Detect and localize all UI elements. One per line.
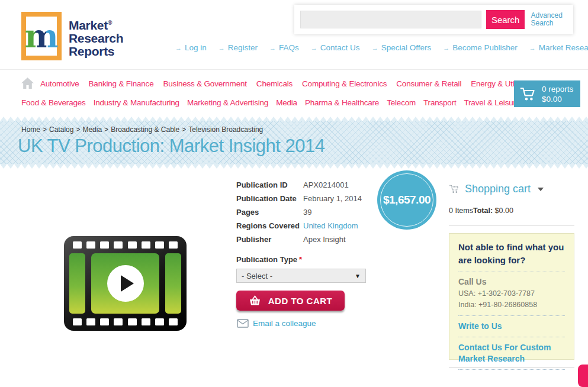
breadcrumb-catalog[interactable]: Catalog xyxy=(49,125,73,134)
film-frames xyxy=(69,253,181,314)
category-pharma-healthcare[interactable]: Pharma & Healthcare xyxy=(305,98,379,107)
header: m Market® Research Reports Search Advanc… xyxy=(0,0,588,70)
divider xyxy=(449,367,574,367)
price-value: $1,657.00 xyxy=(383,194,430,207)
nav-blog[interactable]: →Market Research Blog xyxy=(529,43,588,52)
price-badge: $1,657.00 xyxy=(377,170,436,230)
breadcrumb-home[interactable]: Home xyxy=(21,125,40,134)
feedback-tab[interactable] xyxy=(578,365,588,387)
divider xyxy=(458,337,565,337)
brand-monogram: m xyxy=(24,20,58,52)
brand-logo[interactable]: m xyxy=(21,12,62,60)
film-holes-top xyxy=(73,241,178,249)
category-computing-electronics[interactable]: Computing & Electronics xyxy=(302,79,387,88)
phone-usa: USA: +1-302-703-7787 xyxy=(458,288,565,299)
breadcrumb-media[interactable]: Media xyxy=(82,125,102,134)
category-transport[interactable]: Transport xyxy=(423,98,456,107)
zigzag-bottom-edge xyxy=(0,164,588,169)
write-to-us-link[interactable]: Write to Us xyxy=(458,321,565,332)
product-video-thumbnail xyxy=(64,236,187,331)
category-nav: Automotive Banking & Finance Business & … xyxy=(0,70,588,117)
required-asterisk: * xyxy=(299,255,302,264)
cart-items-count: 0 Items xyxy=(449,207,473,215)
help-box-heading: Not able to find what you are looking fo… xyxy=(458,241,565,267)
custom-research-link[interactable]: Contact Us For Custom Market Research xyxy=(458,342,565,365)
category-row-1: Automotive Banking & Finance Business & … xyxy=(40,79,529,88)
arrow-icon: → xyxy=(269,44,276,51)
arrow-icon: → xyxy=(219,44,225,51)
nav-login[interactable]: →Log in xyxy=(175,43,207,52)
help-box: Not able to find what you are looking fo… xyxy=(449,233,574,360)
nav-faqs[interactable]: →FAQs xyxy=(269,43,299,52)
cart-total-label: Total: xyxy=(473,207,493,215)
arrow-icon: → xyxy=(175,44,182,51)
cart-icon xyxy=(449,185,460,194)
detail-row-regions-covered: Regions Covered United Kingdom xyxy=(236,219,378,233)
search-card: Search Advanced Search xyxy=(294,5,573,34)
divider xyxy=(458,315,565,316)
envelope-icon xyxy=(237,319,249,328)
divider xyxy=(449,225,574,225)
nav-special-offers[interactable]: →Special Offers xyxy=(372,43,432,52)
region-link[interactable]: United Kingdom xyxy=(303,221,358,230)
category-telecom[interactable]: Telecom xyxy=(387,98,416,107)
category-business-government[interactable]: Business & Government xyxy=(163,79,246,88)
play-button[interactable] xyxy=(107,265,144,302)
search-button[interactable]: Search xyxy=(486,10,525,29)
category-automotive[interactable]: Automotive xyxy=(40,79,79,88)
brand-name[interactable]: Market® Research Reports xyxy=(69,17,123,58)
mini-cart[interactable]: 0 reports $0.00 xyxy=(514,80,580,107)
category-travel-leisure[interactable]: Travel & Leisure xyxy=(464,98,520,107)
category-media[interactable]: Media xyxy=(276,98,297,107)
category-food-beverages[interactable]: Food & Beverages xyxy=(21,98,86,107)
nav-contact-us[interactable]: →Contact Us xyxy=(311,43,360,52)
search-input[interactable] xyxy=(300,11,481,28)
email-colleague-link[interactable]: Email a colleague xyxy=(237,319,316,328)
category-industry-manufacturing[interactable]: Industry & Manufacturing xyxy=(94,98,179,107)
breadcrumb: Home>Catalog>Media>Broadcasting & Cable>… xyxy=(21,125,588,134)
home-icon[interactable] xyxy=(21,78,34,91)
advanced-search-link[interactable]: Advanced Search xyxy=(531,12,567,27)
publication-details: Publication ID APX0214001 Publication Da… xyxy=(236,178,378,246)
shopping-cart-header[interactable]: Shopping cart xyxy=(449,183,544,195)
breadcrumb-television-broadcasting[interactable]: Television Broadcasting xyxy=(188,125,263,134)
cart-total-value: $0.00 xyxy=(495,207,513,215)
film-holes-bottom xyxy=(73,318,178,325)
arrow-icon: → xyxy=(529,44,536,51)
divider xyxy=(458,272,565,272)
detail-row-publication-date: Publication Date February 1, 2014 xyxy=(236,192,378,205)
detail-row-publisher: Publisher Apex Insight xyxy=(236,233,378,246)
call-us-label: Call Us xyxy=(458,277,565,286)
play-icon xyxy=(121,275,134,292)
add-to-cart-button[interactable]: ADD TO CART xyxy=(236,291,345,311)
chevron-down-icon: ▼ xyxy=(355,273,361,279)
arrow-icon: → xyxy=(372,44,378,51)
zigzag-top-edge xyxy=(0,117,588,121)
cart-icon xyxy=(519,87,537,101)
breadcrumb-broadcasting-cable[interactable]: Broadcasting & Cable xyxy=(111,125,179,134)
detail-row-pages: Pages 39 xyxy=(236,205,378,219)
arrow-icon: → xyxy=(311,44,317,51)
category-banking-finance[interactable]: Banking & Finance xyxy=(89,79,154,88)
divider xyxy=(458,369,565,370)
category-marketing-advertising[interactable]: Marketing & Advertising xyxy=(187,98,268,107)
detail-row-publication-id: Publication ID APX0214001 xyxy=(236,178,378,192)
cart-summary: 0 ItemsTotal: $0.00 xyxy=(449,207,513,215)
mini-cart-count: 0 reports xyxy=(542,84,573,94)
nav-become-publisher[interactable]: →Become Publisher xyxy=(443,43,518,52)
page: m Market® Research Reports Search Advanc… xyxy=(0,0,588,387)
phone-india: India: +91-80-26860858 xyxy=(458,299,565,311)
nav-register[interactable]: →Register xyxy=(219,43,258,52)
top-nav: →Log in →Register →FAQs →Contact Us →Spe… xyxy=(175,43,588,52)
category-consumer-retail[interactable]: Consumer & Retail xyxy=(396,79,461,88)
category-chemicals[interactable]: Chemicals xyxy=(256,79,293,88)
main-content: Publication ID APX0214001 Publication Da… xyxy=(0,169,588,387)
arrow-icon: → xyxy=(443,44,449,51)
registered-mark: ® xyxy=(108,20,112,26)
mini-cart-total: $0.00 xyxy=(542,94,573,104)
category-row-2: Food & Beverages Industry & Manufacturin… xyxy=(21,98,520,107)
publication-type-select[interactable]: - Select - ▼ xyxy=(236,269,366,283)
page-title: UK TV Production: Market Insight 2014 xyxy=(18,136,588,157)
chevron-down-icon xyxy=(538,188,544,191)
publication-type-label: Publication Type* xyxy=(236,255,302,264)
